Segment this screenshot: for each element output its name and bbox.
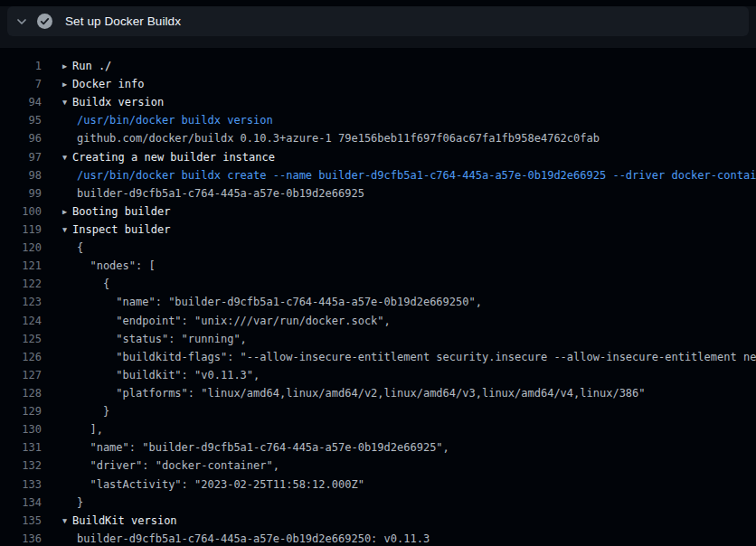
line-content: } <box>61 494 756 512</box>
line-number[interactable]: 122 <box>0 275 42 293</box>
line-number[interactable]: 128 <box>0 384 42 402</box>
line-number[interactable]: 94 <box>0 93 42 111</box>
page-header: Set up Docker Buildx <box>0 6 756 48</box>
line-number[interactable]: 131 <box>0 438 42 457</box>
line-number[interactable]: 133 <box>0 475 42 494</box>
line-number[interactable]: 99 <box>0 184 42 202</box>
line-content: /usr/bin/docker buildx version <box>61 111 756 129</box>
line-number[interactable]: 7 <box>0 75 42 93</box>
line-content: "platforms": "linux/amd64,linux/amd64/v2… <box>61 384 756 402</box>
log-line: 130 ], <box>0 420 756 438</box>
line-number[interactable]: 132 <box>0 457 42 475</box>
line-text: { <box>77 241 83 254</box>
line-content: "lastActivity": "2023-02-25T11:58:12.000… <box>61 475 756 494</box>
log-line: 120 { <box>0 239 756 257</box>
line-number[interactable]: 130 <box>0 420 42 438</box>
line-content: { <box>61 239 756 257</box>
line-content: ▼Inspect builder <box>61 221 756 239</box>
log-line[interactable]: 94 ▼Buildx version <box>0 93 756 111</box>
line-text: "platforms": "linux/amd64,linux/amd64/v2… <box>77 387 646 400</box>
log-line: 95 /usr/bin/docker buildx version <box>0 111 756 129</box>
line-text[interactable]: Buildx version <box>72 96 164 108</box>
log-line: 98 /usr/bin/docker buildx create --name … <box>0 166 756 184</box>
line-content: "name": "builder-d9cfb5a1-c764-445a-a57e… <box>61 293 756 311</box>
line-text[interactable]: BuildKit version <box>72 514 177 527</box>
line-content: "buildkitd-flags": "--allow-insecure-ent… <box>61 348 756 366</box>
group-arrow-icon: ▼ <box>62 93 72 111</box>
line-content: ], <box>61 420 756 438</box>
line-number[interactable]: 127 <box>0 366 42 384</box>
line-text: github.com/docker/buildx 0.10.3+azure-1 … <box>77 132 600 145</box>
line-number[interactable]: 96 <box>0 129 42 147</box>
line-text: { <box>77 278 109 290</box>
log-line: 124 "endpoint": "unix:///var/run/docker.… <box>0 312 756 330</box>
line-number[interactable]: 125 <box>0 330 42 348</box>
log-lines: 1 ▶Run ./ 7 ▶Docker info 94 ▼Buildx vers… <box>0 48 756 546</box>
line-number[interactable]: 97 <box>0 148 42 166</box>
line-number[interactable]: 121 <box>0 257 42 275</box>
chevron-down-icon[interactable] <box>14 14 29 29</box>
line-content: } <box>61 402 756 420</box>
line-text: "buildkitd-flags": "--allow-insecure-ent… <box>77 351 756 363</box>
line-number[interactable]: 119 <box>0 221 42 239</box>
line-number[interactable]: 98 <box>0 166 42 184</box>
line-number[interactable]: 100 <box>0 202 42 221</box>
line-number[interactable]: 135 <box>0 512 42 530</box>
line-text: ], <box>77 423 103 436</box>
log-line: 96 github.com/docker/buildx 0.10.3+azure… <box>0 129 756 147</box>
line-text: "endpoint": "unix:///var/run/docker.sock… <box>77 315 391 327</box>
log-line: 126 "buildkitd-flags": "--allow-insecure… <box>0 348 756 366</box>
line-content: "name": "builder-d9cfb5a1-c764-445a-a57e… <box>61 438 756 457</box>
step-title: Set up Docker Buildx <box>65 14 181 28</box>
line-text[interactable]: Docker info <box>72 78 144 90</box>
line-content: "nodes": [ <box>61 257 756 275</box>
line-content: ▶Booting builder <box>61 202 756 221</box>
line-content: "buildkit": "v0.11.3", <box>61 366 756 384</box>
step-header[interactable]: Set up Docker Buildx <box>7 6 749 36</box>
line-content: builder-d9cfb5a1-c764-445a-a57e-0b19d2e6… <box>61 530 756 546</box>
line-text[interactable]: Run ./ <box>72 60 111 72</box>
line-content: /usr/bin/docker buildx create --name bui… <box>61 166 756 184</box>
line-number[interactable]: 123 <box>0 293 42 311</box>
check-circle-icon <box>36 13 53 30</box>
line-text: "nodes": [ <box>77 259 156 272</box>
line-number[interactable]: 136 <box>0 530 42 546</box>
line-number[interactable]: 124 <box>0 312 42 330</box>
log-line: 128 "platforms": "linux/amd64,linux/amd6… <box>0 384 756 402</box>
log-line: 99 builder-d9cfb5a1-c764-445a-a57e-0b19d… <box>0 184 756 202</box>
line-text: } <box>77 405 109 418</box>
log-line: 121 "nodes": [ <box>0 257 756 275</box>
line-number[interactable]: 1 <box>0 57 42 75</box>
log-line: 131 "name": "builder-d9cfb5a1-c764-445a-… <box>0 438 756 457</box>
log-line: 134 } <box>0 494 756 512</box>
line-content: "status": "running", <box>61 330 756 348</box>
line-content: "endpoint": "unix:///var/run/docker.sock… <box>61 312 756 330</box>
line-text: /usr/bin/docker buildx create --name bui… <box>77 169 756 182</box>
line-text[interactable]: Creating a new builder instance <box>72 151 275 164</box>
line-number[interactable]: 126 <box>0 348 42 366</box>
line-number[interactable]: 120 <box>0 239 42 257</box>
line-number[interactable]: 95 <box>0 111 42 129</box>
line-text: /usr/bin/docker buildx version <box>77 114 273 127</box>
log-line[interactable]: 97 ▼Creating a new builder instance <box>0 148 756 166</box>
line-content: ▶Docker info <box>61 75 756 93</box>
group-arrow-icon: ▶ <box>62 202 72 221</box>
line-number[interactable]: 129 <box>0 402 42 420</box>
log-line: 123 "name": "builder-d9cfb5a1-c764-445a-… <box>0 293 756 311</box>
line-text: "driver": "docker-container", <box>77 459 279 472</box>
log-line[interactable]: 100 ▶Booting builder <box>0 202 756 221</box>
log-line[interactable]: 1 ▶Run ./ <box>0 57 756 75</box>
line-content: ▼Creating a new builder instance <box>61 148 756 166</box>
group-arrow-icon: ▼ <box>62 221 72 239</box>
log-line: 133 "lastActivity": "2023-02-25T11:58:12… <box>0 475 756 494</box>
line-number[interactable]: 134 <box>0 494 42 512</box>
line-text[interactable]: Booting builder <box>72 205 170 218</box>
log-line: 127 "buildkit": "v0.11.3", <box>0 366 756 384</box>
log-line[interactable]: 7 ▶Docker info <box>0 75 756 93</box>
line-content: builder-d9cfb5a1-c764-445a-a57e-0b19d2e6… <box>61 184 756 202</box>
line-text[interactable]: Inspect builder <box>72 223 170 236</box>
log-line[interactable]: 119 ▼Inspect builder <box>0 221 756 239</box>
log-line[interactable]: 135 ▼BuildKit version <box>0 512 756 530</box>
line-content: "driver": "docker-container", <box>61 457 756 475</box>
line-content: ▼BuildKit version <box>61 512 756 530</box>
